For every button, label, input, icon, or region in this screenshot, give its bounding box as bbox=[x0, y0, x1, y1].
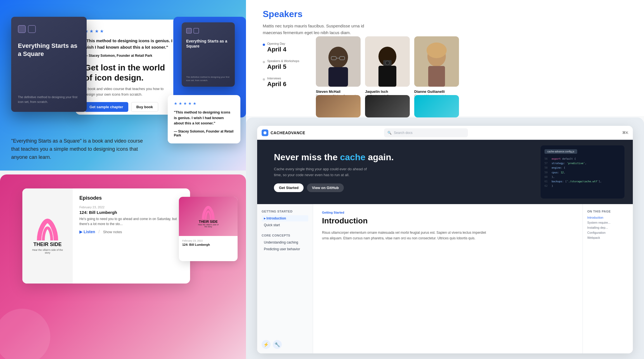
small-their-side-logo: THEIR SIDE Hear the villain's side of th… bbox=[197, 205, 219, 228]
docs-section: Getting started ▸ Introduction Quick sta… bbox=[257, 204, 633, 353]
sidebar-item-caching[interactable]: Understanding caching bbox=[262, 239, 308, 245]
getting-started-breadcrumb: Getting Started bbox=[322, 211, 574, 214]
float-review-text: "This method to designing icons is geniu… bbox=[174, 110, 234, 126]
code-tab-config[interactable]: cache-advance.config.js bbox=[544, 149, 577, 154]
listen-button[interactable]: ▶ Listen bbox=[79, 230, 95, 234]
product-desc: A book and video course that teaches you… bbox=[84, 86, 173, 97]
episode-title: 124: Bill Lumbergh bbox=[79, 210, 183, 215]
svg-marker-15 bbox=[264, 131, 266, 134]
schedule-date-1: April 5 bbox=[267, 63, 319, 70]
float-review-author: — Stacey Solomon, Founder at Retail Park bbox=[174, 129, 234, 137]
episodes-label: Episodes bbox=[79, 195, 183, 201]
speakers-section: Speakers Mattis nec turpis mauris faucib… bbox=[246, 0, 644, 116]
small-ep-date: February 23, 2022 bbox=[182, 239, 234, 242]
speaker-card-1: Jaquelin Isch UX Design at InGen bbox=[365, 36, 410, 98]
svg-point-10 bbox=[385, 61, 389, 65]
code-line-3: 59 cpus: 12, bbox=[544, 170, 621, 175]
book-card-main: Everything Starts as a Square The defini… bbox=[11, 17, 87, 112]
sidebar-item-introduction[interactable]: ▸ Introduction bbox=[262, 215, 308, 221]
cache-brand-name: CACHEADVANCE bbox=[271, 131, 305, 135]
small-their-side-title: THEIR SIDE bbox=[199, 220, 217, 224]
float-author-name: Stacey Solomon bbox=[178, 129, 204, 133]
docs-intro-para: Risus ullamcorper elementum ornare males… bbox=[322, 230, 490, 241]
browser-search-bar[interactable]: 🔍 Search docs bbox=[384, 128, 468, 137]
sidebar-item-predicting[interactable]: Predicting user behavior bbox=[262, 246, 308, 252]
code-line-1: 57 strategy: 'predictive', bbox=[544, 161, 621, 166]
bottom-section: THEIR SIDE Hear the villain's side of th… bbox=[0, 174, 246, 359]
schedule-item-0[interactable]: Opening Day April 4 bbox=[263, 42, 319, 53]
speaker-card-2: Dianne Guilianelli General Manager at In… bbox=[414, 36, 459, 98]
book-description: "Everything Starts as a Square" is a boo… bbox=[11, 137, 151, 161]
code-line-6: 62 } bbox=[544, 184, 621, 188]
speaker-photo-0 bbox=[316, 36, 361, 87]
podcast-card-small: THEIR SIDE Hear the villain's side of th… bbox=[179, 197, 238, 261]
code-line-0: 56 export default { bbox=[544, 157, 621, 161]
speaker-avatar-1 bbox=[365, 36, 410, 87]
search-placeholder: Search docs bbox=[394, 131, 413, 135]
description-section: "Everything Starts as a Square" is a boo… bbox=[11, 137, 151, 161]
show-notes-button[interactable]: Show notes bbox=[103, 230, 122, 234]
get-started-button[interactable]: Get Started bbox=[274, 183, 304, 192]
review-float-card: ★ ★ ★ ★ ★ "This method to designing icon… bbox=[168, 95, 240, 143]
review-author-name: Stacey Solomon bbox=[89, 54, 115, 58]
sidebar-item-arrow: ▸ bbox=[264, 216, 266, 220]
book-icons bbox=[18, 25, 36, 33]
schedule-item-1[interactable]: Speakers & Workshops April 5 bbox=[263, 59, 319, 70]
icon-square-outline bbox=[28, 25, 36, 33]
episode-actions: ▶ Listen / Show notes bbox=[79, 229, 183, 234]
svg-rect-8 bbox=[378, 66, 396, 87]
review-text: "This method to designing icons is geniu… bbox=[84, 38, 173, 50]
icon-sq-filled-sm bbox=[186, 28, 192, 34]
schedule-item-2[interactable]: Interviews April 6 bbox=[263, 77, 319, 88]
code-line-5: 61 backups: ['./storage/cache.wtf'], bbox=[544, 179, 621, 184]
sidebar-item-quick-start[interactable]: Quick start bbox=[262, 222, 308, 228]
toc-item-4[interactable]: Webpack bbox=[587, 236, 628, 239]
icon-sq-outline-sm bbox=[193, 28, 199, 34]
toc-item-3[interactable]: Configuration bbox=[587, 231, 628, 234]
review-card: ★ ★ ★ ★ "This method to designing icons … bbox=[75, 20, 182, 115]
speaker-name-2: Dianne Guilianelli bbox=[414, 89, 459, 94]
schedule-date-0: April 4 bbox=[267, 46, 319, 53]
toc-item-2[interactable]: Installing dep... bbox=[587, 226, 628, 229]
buy-book-button[interactable]: Buy book bbox=[131, 102, 158, 112]
code-content: 56 export default { 57 strategy: 'predic… bbox=[544, 157, 621, 188]
sidebar-section-title-1: Core concepts bbox=[262, 234, 308, 237]
podcast-right: Episodes February 23, 2022 124: Bill Lum… bbox=[73, 188, 190, 284]
schedule: Opening Day April 4 Speakers & Workshops… bbox=[263, 42, 319, 94]
toc-item-0[interactable]: Introduction bbox=[587, 216, 628, 219]
episode-date: February 23, 2022 bbox=[79, 206, 183, 209]
toc-item-1[interactable]: System require... bbox=[587, 221, 628, 224]
left-panel: Everything Starts as a Square The defini… bbox=[0, 0, 246, 359]
small-podcast-content: February 23, 2022 124: Bill Lumbergh bbox=[179, 236, 238, 250]
book-main-title: Everything Starts as a Square bbox=[18, 42, 82, 58]
review-author-suffix: , Founder at Retail Park bbox=[115, 54, 152, 58]
their-side-title: THEIR SIDE bbox=[33, 242, 61, 247]
podcast-logo-area: THEIR SIDE Hear the villain's side of th… bbox=[22, 188, 73, 284]
get-sample-button[interactable]: Get sample chapter bbox=[84, 102, 128, 112]
their-side-sub: Hear the villain's side of the story bbox=[31, 249, 64, 254]
speaker-avatar-2 bbox=[414, 36, 459, 87]
float-author-prefix: — bbox=[174, 129, 178, 133]
review-author: — Stacey Solomon, Founder at Retail Park bbox=[84, 54, 173, 58]
speaker-avatar-0 bbox=[316, 36, 361, 87]
small-book-subtitle: The definitive method to designing your … bbox=[186, 75, 232, 82]
toc-title: On this page bbox=[587, 210, 628, 213]
view-github-button[interactable]: View on GitHub bbox=[307, 183, 344, 192]
code-line-4: 60 }, bbox=[544, 175, 621, 179]
sidebar-section-title-0: Getting started bbox=[262, 210, 308, 213]
code-tabs: cache-advance.config.js bbox=[544, 149, 621, 154]
icon-square-filled bbox=[18, 25, 26, 33]
docs-page-title: Introduction bbox=[322, 216, 574, 225]
speaker-photo-row2-1 bbox=[365, 95, 410, 117]
speaker-name-1: Jaquelin Isch bbox=[365, 89, 410, 94]
docs-content: Getting Started Introduction Risus ullam… bbox=[313, 204, 583, 353]
float-stars: ★ ★ ★ ★ ★ bbox=[174, 101, 234, 106]
their-side-logo: THEIR SIDE Hear the villain's side of th… bbox=[31, 218, 64, 254]
curve-decoration bbox=[0, 309, 50, 359]
speaker-photos: Steven McHail Designer at Globex Corpora… bbox=[316, 36, 459, 98]
sidebar-section-core: Core concepts Understanding caching Pred… bbox=[262, 234, 308, 252]
sidebar-bottom-icons: ⚡ 🔧 bbox=[262, 340, 282, 349]
cache-browser: CACHEADVANCE 🔍 Search docs ⌘K Never miss… bbox=[257, 126, 633, 353]
their-side-logo-icon bbox=[34, 218, 61, 240]
cache-hex-icon bbox=[263, 131, 267, 135]
